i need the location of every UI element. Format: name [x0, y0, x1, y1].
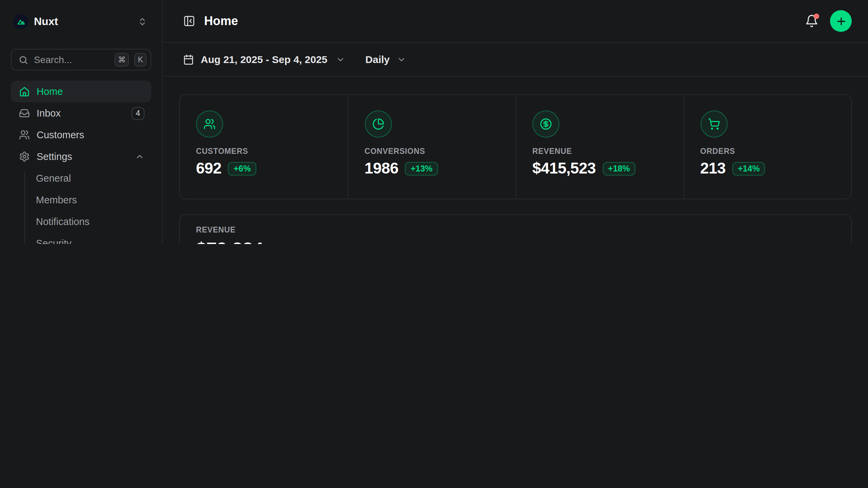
add-button[interactable]	[830, 10, 852, 32]
page-header: Home	[163, 0, 868, 43]
subnav-label: Notifications	[36, 216, 90, 227]
stat-value: $415,523	[532, 159, 596, 178]
filters-toolbar: Aug 21, 2025 - Sep 4, 2025 Daily	[163, 43, 868, 77]
stat-value: 1986	[364, 159, 398, 178]
sidebar-item-home[interactable]: Home	[11, 81, 151, 102]
sidebar-item-label: Customers	[37, 129, 84, 140]
stat-delta-badge: +18%	[603, 162, 635, 175]
chevron-down-icon	[336, 55, 345, 64]
date-range-picker[interactable]: Aug 21, 2025 - Sep 4, 2025	[183, 54, 345, 65]
sidebar-item-security[interactable]: Security	[11, 232, 151, 244]
revenue-chart-value: $79,234	[196, 239, 835, 244]
settings-subnav: General Members Notifications Security	[11, 167, 151, 244]
kbd-cmd: ⌘	[115, 53, 129, 66]
collapse-sidebar-button[interactable]	[183, 15, 195, 27]
header-actions	[805, 10, 852, 32]
notification-dot	[814, 14, 819, 19]
house-icon	[19, 86, 30, 97]
page-content: CUSTOMERS 692 +6% CONVERSIONS	[163, 77, 868, 244]
users-icon	[196, 110, 223, 138]
inbox-count-badge: 4	[132, 107, 144, 120]
stat-customers[interactable]: CUSTOMERS 692 +6%	[180, 95, 348, 199]
stat-delta-badge: +14%	[732, 162, 765, 175]
sidebar: Nuxt Search... ⌘ K	[0, 0, 163, 244]
chevron-up-icon	[135, 152, 144, 161]
sidebar-item-label: Inbox	[37, 108, 61, 119]
revenue-chart-label: REVENUE	[196, 226, 835, 234]
shopping-cart-icon	[700, 110, 727, 138]
gear-icon	[19, 151, 30, 162]
granularity-value: Daily	[366, 54, 390, 65]
stat-label: REVENUE	[532, 147, 667, 155]
sidebar-item-members[interactable]: Members	[11, 189, 151, 211]
pie-chart-icon	[364, 110, 392, 138]
page-title: Home	[204, 14, 238, 28]
search-icon	[18, 55, 28, 65]
sidebar-item-settings[interactable]: Settings	[11, 146, 151, 167]
sidebar-item-general[interactable]: General	[11, 167, 151, 189]
org-name: Nuxt	[34, 16, 58, 28]
subnav-label: General	[36, 173, 71, 184]
sidebar-item-label: Settings	[37, 151, 72, 162]
revenue-chart-header: REVENUE $79,234	[180, 215, 851, 244]
sidebar-item-inbox[interactable]: Inbox 4	[11, 102, 151, 124]
stat-revenue[interactable]: REVENUE $415,523 +18%	[515, 95, 683, 199]
stat-label: CONVERSIONS	[364, 147, 499, 155]
revenue-chart-card: REVENUE $79,234	[179, 214, 852, 244]
sidebar-item-label: Home	[37, 86, 63, 97]
chevron-up-down-icon	[138, 17, 147, 26]
sidebar-item-customers[interactable]: Customers	[11, 124, 151, 146]
sidebar-nav: Home Inbox 4 C	[11, 81, 151, 244]
stats-summary-card: CUSTOMERS 692 +6% CONVERSIONS	[179, 94, 852, 199]
stat-value: 692	[196, 159, 221, 178]
users-icon	[19, 129, 30, 140]
search-input[interactable]: Search... ⌘ K	[11, 49, 151, 70]
stat-delta-badge: +13%	[405, 162, 438, 175]
notifications-bell-button[interactable]	[805, 14, 818, 28]
search-placeholder: Search...	[34, 54, 109, 65]
sidebar-item-notifications[interactable]: Notifications	[11, 211, 151, 232]
calendar-icon	[183, 54, 194, 65]
nuxt-logo-icon	[14, 14, 28, 29]
date-range-value: Aug 21, 2025 - Sep 4, 2025	[201, 54, 328, 65]
stat-conversions[interactable]: CONVERSIONS 1986 +13%	[348, 95, 515, 199]
org-switcher[interactable]: Nuxt	[11, 11, 151, 33]
stat-value: 213	[700, 159, 726, 178]
dashboard-app: Nuxt Search... ⌘ K	[0, 0, 868, 244]
subnav-label: Security	[36, 238, 72, 244]
stat-orders[interactable]: ORDERS 213 +14%	[683, 95, 851, 199]
stat-label: ORDERS	[700, 147, 835, 155]
inbox-icon	[19, 108, 30, 119]
stat-delta-badge: +6%	[228, 162, 256, 175]
granularity-select[interactable]: Daily	[366, 54, 406, 65]
subnav-label: Members	[36, 195, 77, 205]
chevron-down-icon	[396, 55, 406, 64]
stat-label: CUSTOMERS	[196, 147, 331, 155]
kbd-k: K	[135, 53, 146, 66]
circle-dollar-icon	[532, 110, 559, 138]
main-panel: Home	[163, 0, 868, 244]
